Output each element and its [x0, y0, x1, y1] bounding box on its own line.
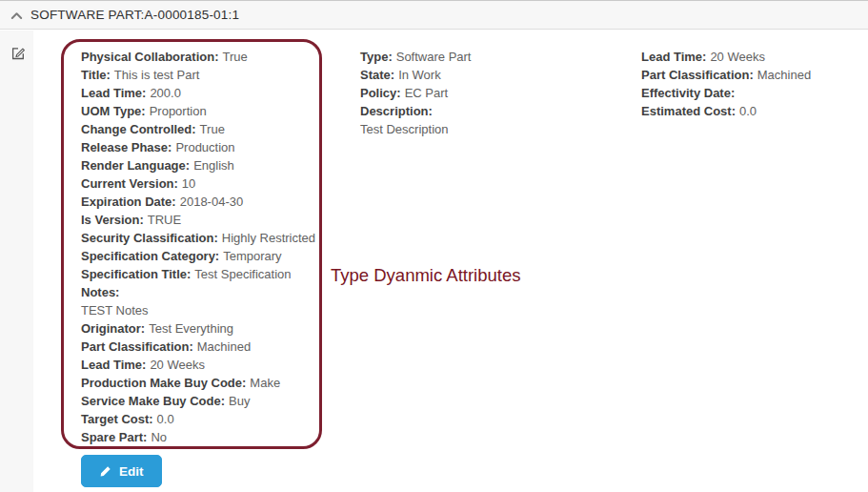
attribute-label: Specification Category:	[81, 249, 219, 263]
attribute-value: Production	[175, 140, 234, 154]
attribute-label: Target Cost:	[81, 412, 153, 426]
attribute-value: Proportion	[150, 104, 207, 118]
attribute-value: Test Everything	[149, 321, 233, 336]
attribute-row: Policy:EC Part	[360, 84, 471, 102]
attribute-row: UOM Type:Proportion	[81, 102, 315, 120]
compose-edit-icon[interactable]	[10, 46, 26, 61]
attribute-label: Lead Time:	[641, 50, 706, 64]
attribute-label: Current Version:	[81, 176, 178, 191]
attribute-label: Service Make Buy Code:	[81, 394, 225, 408]
attribute-label: Production Make Buy Code:	[81, 376, 246, 390]
attribute-value: Test Specification	[194, 267, 291, 281]
collapse-section-button[interactable]	[2, 7, 30, 24]
attribute-value: 2018-04-30	[180, 195, 244, 209]
attribute-column-summary: Lead Time:20 WeeksPart Classification:Ma…	[641, 48, 811, 120]
attribute-row: Target Cost:0.0	[81, 410, 315, 428]
edit-button-label: Edit	[119, 464, 144, 479]
attribute-value: Highly Restricted	[222, 231, 315, 245]
attribute-value: 0.0	[739, 104, 757, 118]
attribute-row: Physical Collaboration:True	[81, 48, 315, 66]
attribute-value: 20 Weeks	[150, 358, 205, 372]
attribute-row: Spare Part:No	[81, 428, 315, 446]
edit-button[interactable]: Edit	[81, 455, 162, 487]
attribute-value: 20 Weeks	[710, 50, 765, 64]
attribute-label: Spare Part:	[81, 430, 147, 444]
attribute-column-dynamic: Physical Collaboration:TrueTitle:This is…	[81, 48, 315, 446]
attribute-label: Is Version:	[81, 213, 144, 227]
attribute-value: Buy	[229, 394, 250, 408]
attribute-value: True	[200, 122, 225, 136]
attribute-row: Current Version:10	[81, 174, 315, 193]
attribute-label: Physical Collaboration:	[81, 50, 218, 64]
attribute-value: No	[151, 430, 167, 444]
attribute-row: Change Controlled:True	[81, 120, 315, 138]
attribute-row: Originator:Test Everything	[81, 319, 315, 338]
attribute-value: 0.0	[157, 412, 174, 426]
part-details-screen: SOFTWARE PART:A-0000185-01:1 Physical Co…	[0, 0, 868, 492]
attribute-row: Is Version:TRUE	[81, 211, 315, 229]
attribute-value: This is test Part	[114, 68, 200, 82]
chevron-up-icon	[10, 7, 23, 24]
attribute-row: Expiration Date:2018-04-30	[81, 193, 315, 211]
attribute-value: Software Part	[396, 50, 472, 64]
attribute-label: Security Classification:	[81, 231, 218, 245]
attribute-label: Title:	[81, 68, 111, 82]
attribute-row: TEST Notes	[81, 301, 315, 319]
attribute-label: UOM Type:	[81, 104, 146, 118]
attribute-label: Lead Time:	[81, 358, 146, 372]
attribute-label: Policy:	[360, 86, 401, 100]
attribute-value: Machined	[197, 339, 251, 354]
attribute-value: Make	[250, 376, 280, 390]
attribute-value: 10	[182, 176, 195, 191]
attribute-row: Part Classification:Machined	[81, 338, 315, 356]
attribute-value: TEST Notes	[81, 303, 149, 318]
left-toolbar	[0, 31, 33, 492]
attribute-label: Part Classification:	[641, 68, 754, 82]
attribute-label: Part Classification:	[81, 339, 193, 354]
attribute-value: True	[222, 50, 247, 64]
annotation-text: Type Dyanmic Attributes	[331, 265, 520, 286]
attribute-row: Service Make Buy Code:Buy	[81, 392, 315, 410]
attribute-label: Description:	[360, 104, 433, 118]
attribute-row: Effectivity Date:	[641, 84, 811, 102]
attribute-label: Render Language:	[81, 158, 190, 173]
attribute-column-general: Type:Software PartState:In WorkPolicy:EC…	[360, 48, 471, 138]
attribute-row: Lead Time:20 Weeks	[641, 48, 811, 66]
attribute-label: Effectivity Date:	[641, 86, 735, 100]
attribute-row: Production Make Buy Code:Make	[81, 374, 315, 392]
attribute-label: Originator:	[81, 321, 145, 336]
attribute-label: State:	[360, 68, 394, 82]
attribute-value: In Work	[398, 68, 441, 82]
attribute-label: Specification Title:	[81, 267, 191, 281]
attribute-row: Test Description	[360, 120, 471, 138]
attribute-value: 200.0	[150, 86, 181, 100]
attribute-row: Specification Category:Temporary	[81, 247, 315, 265]
attribute-row: Type:Software Part	[360, 48, 471, 66]
attribute-value: EC Part	[405, 86, 449, 100]
attribute-value: TRUE	[148, 213, 181, 227]
attribute-row: Specification Title:Test Specification	[81, 265, 315, 283]
attribute-row: Lead Time:20 Weeks	[81, 356, 315, 374]
attribute-row: Notes:	[81, 283, 315, 301]
attribute-label: Notes:	[81, 285, 119, 299]
attribute-row: Description:	[360, 102, 471, 120]
attribute-value: Test Description	[360, 122, 448, 136]
attribute-value: Machined	[757, 68, 811, 82]
section-header: SOFTWARE PART:A-0000185-01:1	[0, 0, 868, 30]
attribute-row: Estimated Cost:0.0	[641, 102, 811, 120]
attribute-row: Security Classification:Highly Restricte…	[81, 229, 315, 247]
attribute-label: Release Phase:	[81, 140, 172, 154]
attribute-label: Estimated Cost:	[641, 104, 736, 118]
attribute-value: English	[193, 158, 234, 173]
attribute-row: State:In Work	[360, 66, 471, 84]
attribute-label: Change Controlled:	[81, 122, 196, 136]
section-title: SOFTWARE PART:A-0000185-01:1	[30, 8, 239, 22]
attribute-row: Title:This is test Part	[81, 66, 315, 84]
attribute-value: Temporary	[223, 249, 281, 263]
attribute-label: Lead Time:	[81, 86, 146, 100]
attribute-label: Expiration Date:	[81, 195, 176, 209]
pencil-icon	[99, 465, 111, 478]
attribute-row: Part Classification:Machined	[641, 66, 811, 84]
attribute-row: Render Language:English	[81, 156, 315, 174]
attribute-row: Release Phase:Production	[81, 138, 315, 156]
